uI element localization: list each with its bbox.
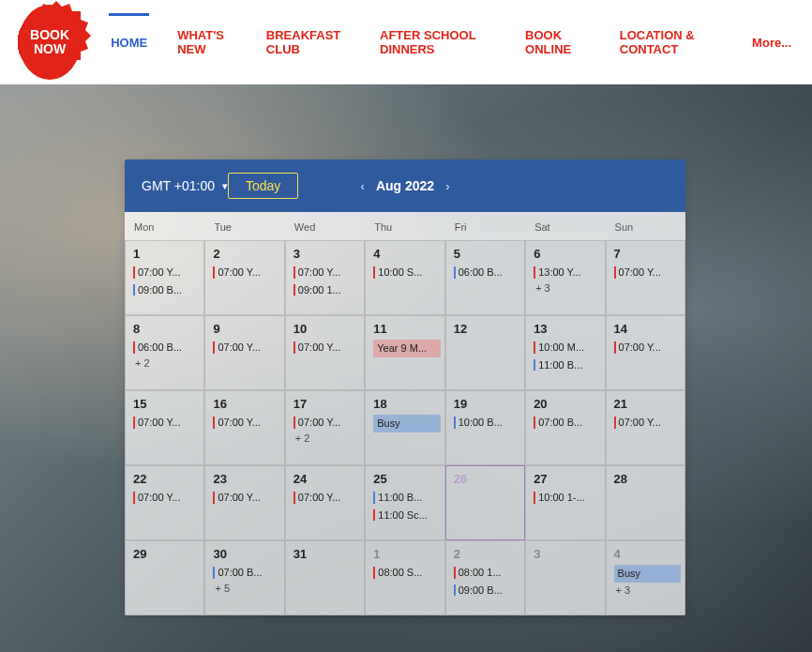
- nav-item-breakfast-club[interactable]: BREAKFAST CLUB: [264, 23, 352, 62]
- calendar-event[interactable]: 07:00 Y...: [213, 340, 279, 356]
- nav-item-what-s-new[interactable]: WHAT'S NEW: [175, 23, 238, 62]
- nav-item-home[interactable]: HOME: [109, 30, 149, 55]
- dow-label: Fri: [445, 212, 525, 240]
- calendar-event[interactable]: 07:00 Y...: [293, 490, 360, 506]
- calendar-cell[interactable]: 1007:00 Y...: [285, 315, 365, 390]
- calendar-event[interactable]: 10:00 1-...: [534, 490, 600, 506]
- calendar-event[interactable]: 11:00 B...: [534, 357, 600, 373]
- calendar-cell[interactable]: 907:00 Y...: [204, 315, 284, 390]
- calendar-cell[interactable]: 2107:00 Y...: [606, 390, 685, 465]
- calendar-event[interactable]: 07:00 Y...: [293, 415, 360, 431]
- calendar-event[interactable]: 09:00 1...: [293, 282, 360, 298]
- nav-item-book-online[interactable]: BOOK ONLINE: [523, 23, 592, 62]
- calendar-event[interactable]: 06:00 B...: [133, 340, 200, 356]
- calendar-event[interactable]: 10:00 M...: [534, 340, 600, 356]
- calendar-event[interactable]: 07:00 B...: [213, 565, 279, 581]
- calendar-cell[interactable]: 18Busy: [365, 390, 444, 465]
- calendar-event[interactable]: 11:00 B...: [373, 490, 440, 506]
- calendar-cell[interactable]: 1507:00 Y...: [125, 390, 204, 465]
- calendar-cell[interactable]: 2511:00 B...11:00 Sc...: [365, 465, 444, 540]
- calendar-cell[interactable]: 506:00 B...: [445, 240, 525, 315]
- day-number: 7: [614, 247, 681, 261]
- calendar-event[interactable]: 07:00 Y...: [293, 265, 360, 281]
- calendar-cell[interactable]: 3: [525, 540, 605, 615]
- calendar-cell[interactable]: 613:00 Y...+ 3: [525, 240, 605, 315]
- calendar-cell[interactable]: 2710:00 1-...: [525, 465, 605, 540]
- calendar-event[interactable]: 07:00 Y...: [133, 415, 200, 431]
- calendar-event[interactable]: 07:00 Y...: [614, 340, 681, 356]
- calendar-event[interactable]: 09:00 B...: [454, 583, 520, 599]
- calendar-cell[interactable]: 208:00 1...09:00 B...: [445, 540, 525, 615]
- dow-label: Sat: [525, 212, 605, 240]
- calendar-cell[interactable]: 806:00 B...+ 2: [125, 315, 204, 390]
- calendar-cell[interactable]: 2307:00 Y...: [204, 465, 284, 540]
- calendar-event[interactable]: 07:00 Y...: [133, 490, 200, 506]
- calendar-event[interactable]: 10:00 B...: [454, 415, 520, 431]
- calendar-event[interactable]: 07:00 Y...: [133, 265, 200, 281]
- timezone-label: GMT +01:00: [142, 178, 215, 193]
- next-month-button[interactable]: ›: [445, 179, 449, 193]
- calendar-cell[interactable]: 3007:00 B...+ 5: [204, 540, 284, 615]
- calendar-cell[interactable]: 12: [445, 315, 525, 390]
- calendar-cell[interactable]: 29: [125, 540, 204, 615]
- day-number: 1: [373, 547, 440, 561]
- day-number: 28: [614, 472, 681, 486]
- calendar-cell[interactable]: 31: [285, 540, 365, 615]
- calendar-event[interactable]: 13:00 Y...: [534, 265, 600, 281]
- calendar-event[interactable]: 08:00 1...: [454, 565, 520, 581]
- today-button[interactable]: Today: [228, 173, 298, 199]
- dow-label: Sun: [606, 212, 685, 240]
- calendar-cell[interactable]: 108:00 S...: [365, 540, 444, 615]
- calendar-event[interactable]: 09:00 B...: [133, 282, 200, 298]
- more-events[interactable]: + 5: [213, 583, 279, 594]
- day-number: 2: [213, 247, 279, 261]
- calendar-cell[interactable]: 207:00 Y...: [204, 240, 284, 315]
- more-events[interactable]: + 2: [293, 432, 360, 444]
- calendar-event[interactable]: 07:00 Y...: [293, 340, 360, 356]
- calendar-cell[interactable]: 11Year 9 M...: [365, 315, 444, 390]
- calendar-event[interactable]: 06:00 B...: [454, 265, 520, 281]
- calendar-cell[interactable]: 2407:00 Y...: [285, 465, 365, 540]
- calendar-cell[interactable]: 307:00 Y...09:00 1...: [285, 240, 365, 315]
- calendar-event[interactable]: 07:00 Y...: [213, 490, 279, 506]
- day-number: 2: [454, 547, 520, 561]
- calendar-cell[interactable]: 1310:00 M...11:00 B...: [525, 315, 605, 390]
- day-number: 12: [454, 322, 520, 336]
- calendar-event[interactable]: 07:00 Y...: [213, 415, 279, 431]
- calendar-cell[interactable]: 2207:00 Y...: [125, 465, 204, 540]
- calendar-event[interactable]: 08:00 S...: [373, 565, 440, 581]
- nav-more[interactable]: More...: [750, 30, 793, 55]
- calendar-cell[interactable]: 707:00 Y...: [606, 240, 685, 315]
- more-events[interactable]: + 3: [534, 282, 600, 294]
- calendar-cell[interactable]: 1707:00 Y...+ 2: [285, 390, 365, 465]
- more-events[interactable]: + 2: [133, 357, 200, 369]
- calendar-cell[interactable]: 107:00 Y...09:00 B...: [125, 240, 204, 315]
- calendar-cell[interactable]: 2007:00 B...: [525, 390, 605, 465]
- calendar-event[interactable]: 11:00 Sc...: [373, 508, 440, 523]
- nav-item-after-school-dinners[interactable]: AFTER SCHOOL DINNERS: [378, 23, 497, 62]
- calendar-cell[interactable]: 410:00 S...: [365, 240, 444, 315]
- calendar-event[interactable]: 07:00 Y...: [614, 265, 681, 281]
- prev-month-button[interactable]: ‹: [361, 179, 365, 193]
- book-now-badge[interactable]: BOOK NOW: [19, 5, 81, 80]
- calendar-cell[interactable]: 1407:00 Y...: [606, 315, 685, 390]
- nav-item-location-contact[interactable]: LOCATION & CONTACT: [618, 23, 724, 62]
- dow-label: Tue: [204, 212, 284, 240]
- calendar-event[interactable]: Busy: [373, 415, 440, 432]
- calendar-cell[interactable]: 26: [445, 465, 525, 540]
- calendar-cell[interactable]: 1910:00 B...: [445, 390, 525, 465]
- calendar-cell[interactable]: 4Busy+ 3: [606, 540, 685, 615]
- more-events[interactable]: + 3: [614, 584, 681, 596]
- day-number: 25: [373, 472, 440, 486]
- calendar-event[interactable]: 07:00 Y...: [614, 415, 681, 431]
- calendar-event[interactable]: 07:00 B...: [534, 415, 600, 431]
- calendar-cell[interactable]: 1607:00 Y...: [204, 390, 284, 465]
- calendar-event[interactable]: 07:00 Y...: [213, 265, 279, 281]
- day-number: 5: [454, 247, 520, 261]
- calendar-event[interactable]: 10:00 S...: [373, 265, 440, 281]
- calendar-event[interactable]: Busy: [614, 565, 681, 583]
- timezone-selector[interactable]: GMT +01:00 ▾: [142, 178, 228, 193]
- calendar-cell[interactable]: 28: [606, 465, 685, 540]
- day-number: 16: [213, 397, 279, 411]
- calendar-event[interactable]: Year 9 M...: [373, 340, 440, 357]
